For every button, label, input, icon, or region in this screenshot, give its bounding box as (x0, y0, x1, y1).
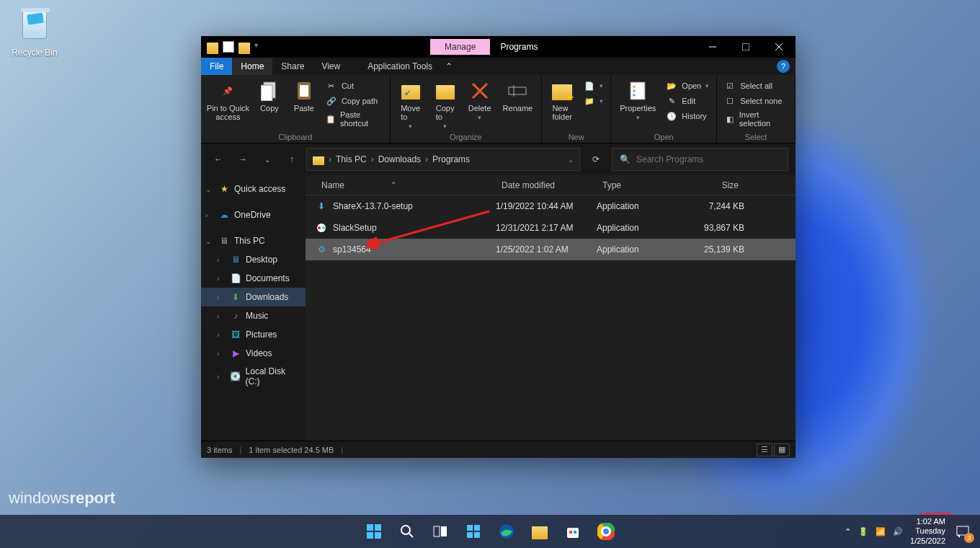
search-box[interactable]: 🔍 (612, 148, 788, 171)
pin-quick-access-button[interactable]: 📌Pin to Quick access (207, 78, 249, 123)
paste-shortcut-button[interactable]: 📋Paste shortcut (324, 110, 384, 128)
widgets-button[interactable] (459, 517, 488, 546)
col-name[interactable]: Name ⌃ (316, 180, 496, 190)
history-button[interactable]: 🕓History (664, 110, 710, 123)
notifications-button[interactable]: 3 (953, 521, 973, 542)
easy-access-button[interactable]: 📁▾ (582, 94, 605, 107)
tab-view[interactable]: View (313, 58, 349, 75)
start-button[interactable] (360, 517, 388, 546)
svg-line-25 (409, 534, 413, 537)
context-tab-manage[interactable]: Manage (430, 39, 490, 55)
sidebar-item-pictures[interactable]: ›🖼Pictures (201, 325, 306, 344)
svg-rect-23 (375, 532, 381, 539)
forward-button[interactable]: → (233, 149, 253, 169)
recycle-bin-label: Recycle Bin (7, 48, 62, 58)
svg-rect-27 (441, 526, 447, 536)
close-button[interactable] (762, 36, 796, 58)
svg-rect-29 (474, 525, 480, 531)
col-type[interactable]: Type (597, 180, 683, 190)
breadcrumb[interactable]: Downloads (378, 154, 421, 164)
taskbar[interactable]: ⌃ 🔋 📶 🔊 1:02 AM Tuesday 1/25/2022 3 (0, 515, 980, 548)
sidebar-item-downloads[interactable]: ›⬇Downloads (201, 288, 306, 306)
sidebar-item-this-pc[interactable]: ⌄🖥This PC (201, 231, 306, 250)
sidebar-item-quick-access[interactable]: ⌄★Quick access (201, 180, 306, 198)
wifi-icon[interactable]: 📶 (876, 527, 886, 536)
address-bar[interactable]: › This PC › Downloads › Programs ⌄ (306, 148, 580, 171)
file-row[interactable]: SlackSetup 12/31/2021 2:17 AM Applicatio… (306, 217, 796, 239)
recent-dropdown[interactable]: ⌄ (257, 149, 277, 169)
refresh-button[interactable]: ⟳ (584, 148, 607, 171)
rename-button[interactable]: Rename (500, 78, 536, 114)
ribbon: 📌Pin to Quick access Copy Paste ✂Cut 🔗Co… (201, 75, 796, 143)
sidebar-item-videos[interactable]: ›▶Videos (201, 344, 306, 363)
folder-icon (313, 156, 324, 165)
svg-point-14 (633, 90, 636, 92)
ribbon-collapse-icon[interactable]: ⌃ (441, 58, 457, 75)
task-view-button[interactable] (426, 517, 455, 546)
volume-icon[interactable]: 🔊 (893, 527, 903, 536)
folder-icon[interactable] (239, 43, 250, 54)
edit-button[interactable]: ✎Edit (664, 94, 710, 107)
shortcut-icon: 📋 (326, 113, 336, 125)
titlebar[interactable]: ▾ Manage Programs (201, 36, 796, 58)
paste-button[interactable]: Paste (290, 78, 318, 114)
minimize-button[interactable] (696, 36, 729, 58)
document-icon[interactable] (223, 41, 234, 53)
cloud-icon: ☁ (218, 209, 230, 221)
copy-path-button[interactable]: 🔗Copy path (324, 94, 384, 107)
view-details-button[interactable]: ☰ (757, 443, 772, 456)
taskbar-tray: ⌃ 🔋 📶 🔊 1:02 AM Tuesday 1/25/2022 3 (845, 517, 980, 546)
sidebar-item-music[interactable]: ›♪Music (201, 306, 306, 325)
tray-chevron-icon[interactable]: ⌃ (845, 527, 851, 536)
back-button[interactable]: ← (208, 149, 228, 169)
sidebar-item-local-disk[interactable]: ›💽Local Disk (C:) (201, 363, 306, 390)
search-input[interactable] (636, 154, 780, 164)
open-button[interactable]: 📂Open▾ (664, 79, 710, 92)
col-date[interactable]: Date modified (496, 180, 597, 190)
sidebar-item-onedrive[interactable]: ›☁OneDrive (201, 206, 306, 224)
tab-share[interactable]: Share (272, 58, 313, 75)
qat-dropdown-icon[interactable]: ▾ (254, 41, 266, 53)
new-folder-icon: ✦ (551, 79, 574, 102)
invert-selection-button[interactable]: ◧Invert selection (723, 110, 789, 128)
col-size[interactable]: Size (683, 180, 744, 190)
cut-button[interactable]: ✂Cut (324, 79, 384, 92)
search-button[interactable] (393, 517, 422, 546)
tab-app-tools[interactable]: Application Tools (359, 58, 441, 75)
copy-button[interactable]: Copy (255, 78, 284, 114)
addr-dropdown-icon[interactable]: ⌄ (568, 156, 574, 164)
sidebar-item-desktop[interactable]: ›🖥Desktop (201, 250, 306, 269)
new-folder-button[interactable]: ✦New folder (548, 78, 576, 123)
new-item-button[interactable]: 📄▾ (582, 79, 605, 92)
battery-icon[interactable]: 🔋 (858, 527, 868, 536)
taskbar-explorer[interactable] (525, 517, 554, 546)
select-none-button[interactable]: ☐Select none (723, 94, 789, 107)
delete-button[interactable]: Delete▾ (466, 78, 494, 123)
select-all-button[interactable]: ☑Select all (723, 79, 789, 92)
sidebar-item-documents[interactable]: ›📄Documents (201, 269, 306, 288)
desktop-icon: 🖥 (230, 254, 241, 265)
up-button[interactable]: ↑ (282, 149, 302, 169)
taskbar-store[interactable] (558, 517, 587, 546)
maximize-button[interactable] (729, 36, 762, 58)
column-headers[interactable]: Name ⌃ Date modified Type Size (306, 175, 796, 195)
properties-button[interactable]: Properties▾ (617, 78, 659, 123)
folder-icon[interactable] (207, 43, 218, 54)
taskbar-edge[interactable] (492, 517, 521, 546)
file-row-selected[interactable]: ⚙sp134564 1/25/2022 1:02 AM Application … (306, 239, 796, 260)
tab-home[interactable]: Home (232, 58, 272, 75)
status-count: 3 items (207, 446, 232, 454)
taskbar-chrome[interactable] (592, 517, 620, 546)
view-large-button[interactable]: ▦ (774, 443, 790, 456)
tab-file[interactable]: File (201, 58, 232, 75)
copy-to-button[interactable]: Copy to▾ (431, 78, 460, 131)
help-button[interactable]: ? (777, 60, 790, 73)
move-to-button[interactable]: ↙Move to▾ (396, 78, 425, 131)
desktop-icon-recycle-bin[interactable]: Recycle Bin (7, 6, 62, 58)
nav-pane[interactable]: ⌄★Quick access ›☁OneDrive ⌄🖥This PC ›🖥De… (201, 175, 306, 441)
breadcrumb[interactable]: This PC (336, 154, 367, 164)
breadcrumb[interactable]: Programs (432, 154, 470, 164)
taskbar-clock[interactable]: 1:02 AM Tuesday 1/25/2022 (910, 517, 945, 546)
paste-icon (293, 79, 316, 102)
file-row[interactable]: ⬇ShareX-13.7.0-setup 1/19/2022 10:44 AM … (306, 195, 796, 217)
